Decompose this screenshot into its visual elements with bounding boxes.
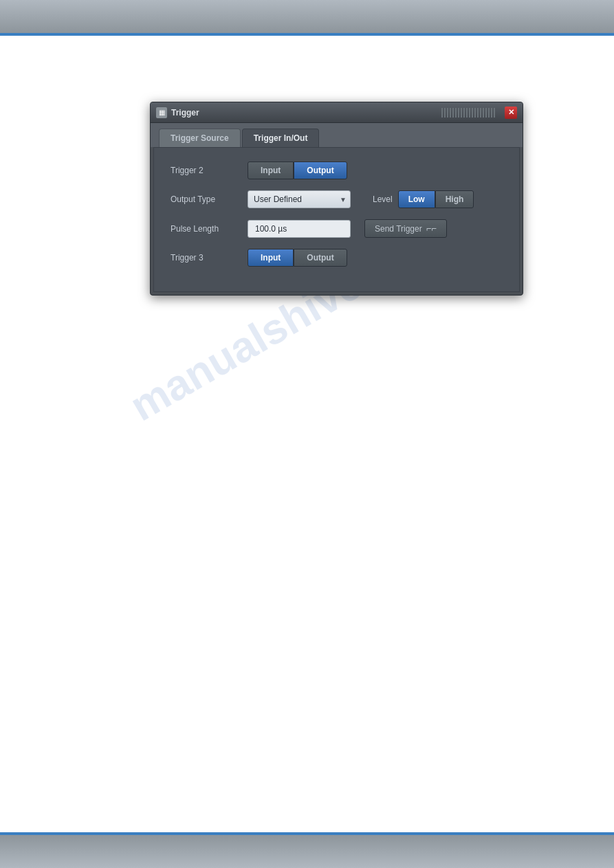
output-type-select[interactable]: User Defined Exposure Active Strobe <box>248 190 351 208</box>
dialog-window: ▦ Trigger ✕ Trigger Source Trigger In/Ou… <box>150 102 523 296</box>
pulse-length-label: Pulse Length <box>171 224 239 234</box>
pulse-length-input[interactable] <box>248 220 351 238</box>
dialog-title: Trigger <box>171 108 199 118</box>
trigger2-input-button[interactable]: Input <box>248 162 294 179</box>
level-group: Level Low High <box>373 190 474 208</box>
level-high-button[interactable]: High <box>435 190 474 208</box>
bottom-bar-accent <box>0 832 614 835</box>
app-icon: ▦ <box>156 107 167 118</box>
pulse-symbol-icon: ⌐⌐ <box>426 223 437 234</box>
trigger2-label: Trigger 2 <box>171 166 239 175</box>
tab-bar: Trigger Source Trigger In/Out <box>151 123 523 147</box>
top-bar-accent <box>0 33 614 36</box>
trigger2-row: Trigger 2 Input Output <box>171 162 503 179</box>
trigger3-row: Trigger 3 Input Output <box>171 249 503 267</box>
dialog-container: ▦ Trigger ✕ Trigger Source Trigger In/Ou… <box>150 102 523 296</box>
bottom-bar <box>0 832 614 868</box>
title-grip <box>441 108 496 118</box>
title-bar: ▦ Trigger ✕ <box>151 102 523 123</box>
level-low-button[interactable]: Low <box>398 190 435 208</box>
level-label: Level <box>373 194 393 204</box>
send-trigger-button[interactable]: Send Trigger ⌐⌐ <box>364 219 447 238</box>
title-bar-controls: ✕ <box>441 107 517 119</box>
trigger3-toggle-group: Input Output <box>248 249 347 267</box>
send-trigger-label: Send Trigger <box>375 224 422 234</box>
pulse-length-row: Pulse Length Send Trigger ⌐⌐ <box>171 219 503 238</box>
trigger2-output-button[interactable]: Output <box>294 162 347 179</box>
trigger3-label: Trigger 3 <box>171 253 239 263</box>
tab-trigger-source[interactable]: Trigger Source <box>159 129 241 147</box>
level-toggle-group: Low High <box>398 190 474 208</box>
title-bar-left: ▦ Trigger <box>156 107 199 118</box>
trigger3-input-button[interactable]: Input <box>248 249 294 267</box>
trigger3-output-button[interactable]: Output <box>294 249 347 267</box>
dialog-content: Trigger 2 Input Output Output Type User … <box>153 147 520 292</box>
trigger2-toggle-group: Input Output <box>248 162 347 179</box>
output-type-label: Output Type <box>171 194 239 204</box>
top-bar <box>0 0 614 36</box>
output-type-row: Output Type User Defined Exposure Active… <box>171 190 503 208</box>
close-button[interactable]: ✕ <box>505 107 517 119</box>
output-type-select-wrapper: User Defined Exposure Active Strobe ▼ <box>248 190 351 208</box>
tab-trigger-in-out[interactable]: Trigger In/Out <box>242 129 320 147</box>
